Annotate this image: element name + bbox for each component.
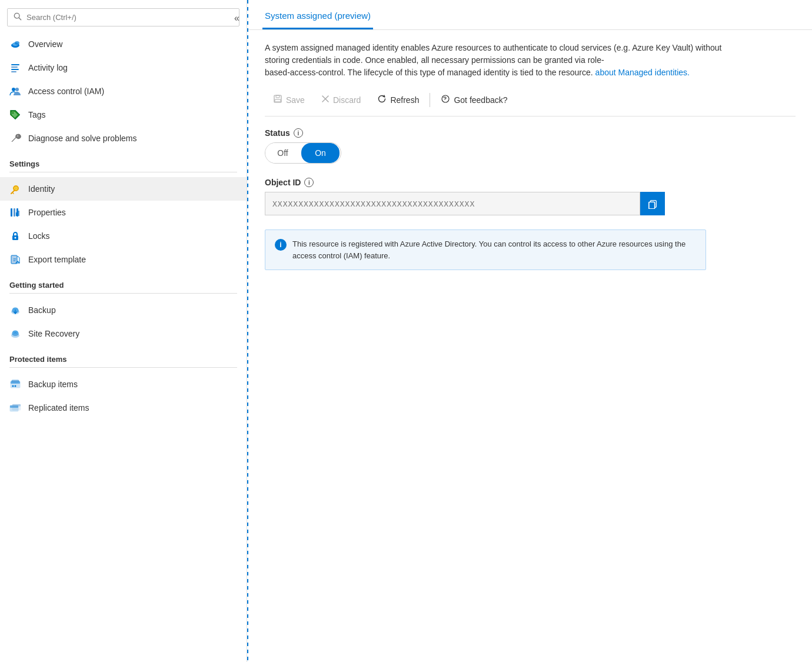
sidebar-item-activity-log[interactable]: Activity log [0,56,247,79]
svg-point-9 [12,88,15,91]
status-section: Status i Off On [265,128,796,164]
toggle-off-option[interactable]: Off [265,143,300,163]
svg-rect-44 [276,95,279,98]
overview-label: Overview [28,39,62,49]
learn-more-link[interactable]: about Managed identities. [595,68,690,77]
lock-icon [9,230,21,242]
protected-items-divider [9,367,237,368]
discard-icon [321,95,330,105]
collapse-sidebar-button[interactable]: « [232,11,242,26]
backup-items-label: Backup items [28,380,78,389]
copy-object-id-button[interactable] [640,192,665,215]
svg-line-1 [19,18,21,20]
status-toggle[interactable]: Off On [265,142,341,164]
description-text: A system assigned managed identity enabl… [265,42,736,79]
search-input[interactable] [26,13,233,22]
sidebar-item-export-template[interactable]: Export template [0,248,247,271]
content-area: A system assigned managed identity enabl… [248,30,812,662]
sidebar-nav: Overview Activity log [0,32,247,662]
save-icon [273,94,282,105]
sidebar-item-access-control[interactable]: Access control (IAM) [0,79,247,103]
svg-rect-5 [11,64,19,65]
info-banner-icon: i [275,239,287,251]
export-icon [9,254,21,265]
identity-label: Identity [28,184,55,194]
site-recovery-icon [9,328,21,340]
discard-button[interactable]: Discard [313,91,369,108]
refresh-button[interactable]: Refresh [369,91,427,109]
object-id-info-icon[interactable]: i [304,178,314,187]
export-template-label: Export template [28,255,86,264]
properties-label: Properties [28,208,66,217]
refresh-icon [377,94,387,105]
object-id-input[interactable] [265,192,640,215]
activity-log-label: Activity log [28,63,68,72]
sidebar-item-backup-items[interactable]: Backup items [0,372,247,396]
save-label: Save [286,95,305,105]
sidebar-item-overview[interactable]: Overview [0,32,247,56]
tab-bar: System assigned (preview) [248,0,812,30]
tag-icon [9,109,21,121]
status-info-icon[interactable]: i [294,128,303,138]
getting-started-divider [9,293,237,294]
svg-rect-19 [11,211,12,216]
discard-label: Discard [333,95,361,105]
getting-started-section-header: Getting started [0,271,247,293]
sidebar-item-tags[interactable]: Tags [0,103,247,127]
diagnose-label: Diagnose and solve problems [28,134,137,143]
settings-divider [9,172,237,172]
sidebar-item-backup[interactable]: Backup [0,298,247,322]
search-box[interactable] [7,8,239,26]
replicated-items-icon [9,402,21,414]
wrench-icon [9,132,21,144]
object-id-row [265,192,665,215]
site-recovery-label: Site Recovery [28,329,79,338]
sidebar-item-site-recovery[interactable]: Site Recovery [0,322,247,345]
svg-point-12 [12,112,14,114]
toolbar: Save Discard Refresh [265,91,796,117]
copy-icon [647,198,658,209]
svg-rect-43 [274,95,281,102]
svg-point-10 [15,88,19,91]
info-banner-text: This resource is registered with Azure A… [292,238,696,261]
sidebar-item-locks[interactable]: Locks [0,224,247,248]
key-icon [9,183,21,195]
feedback-icon [441,94,450,105]
svg-point-15 [15,187,17,189]
backup-label: Backup [28,305,56,315]
feedback-button[interactable]: Got feedback? [432,91,515,109]
svg-point-38 [15,385,16,387]
access-control-label: Access control (IAM) [28,87,104,96]
info-banner: i This resource is registered with Azure… [265,229,706,270]
cloud-icon [9,38,21,50]
svg-point-13 [17,135,19,137]
svg-rect-21 [16,212,17,216]
protected-items-section-header: Protected items [0,345,247,367]
object-id-label: Object ID i [265,178,796,187]
list-icon [9,62,21,74]
svg-rect-36 [12,380,19,382]
svg-rect-22 [18,211,19,216]
toggle-on-option[interactable]: On [301,143,340,163]
main-content: System assigned (preview) A system assig… [248,0,812,662]
svg-point-24 [15,237,16,239]
sidebar: « Overview Activity l [0,0,247,662]
properties-icon [9,207,21,218]
search-icon [14,12,22,22]
save-button[interactable]: Save [265,91,313,109]
svg-point-37 [12,385,14,387]
object-id-section: Object ID i [265,178,796,215]
tab-system-assigned[interactable]: System assigned (preview) [262,5,373,29]
backup-cloud-icon [9,304,21,316]
sidebar-item-diagnose[interactable]: Diagnose and solve problems [0,127,247,150]
svg-rect-8 [11,71,16,72]
svg-rect-20 [14,209,15,216]
sidebar-item-identity[interactable]: Identity [0,177,247,201]
locks-label: Locks [28,231,50,241]
tags-label: Tags [28,110,46,119]
svg-rect-6 [11,66,18,68]
sidebar-item-properties[interactable]: Properties [0,201,247,224]
sidebar-item-replicated-items[interactable]: Replicated items [0,396,247,420]
toolbar-separator [430,93,430,107]
replicated-items-label: Replicated items [28,403,89,412]
